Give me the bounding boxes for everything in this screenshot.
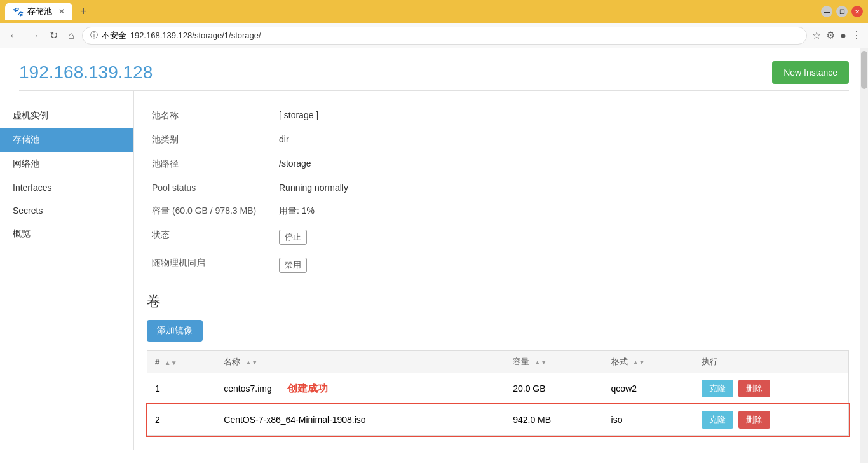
info-label-state: 状态 [147, 223, 274, 251]
col-name: 名称 ▲▼ [216, 351, 505, 373]
page-body: 虚机实例 存储池 网络池 Interfaces Secrets 概览 [0, 91, 868, 463]
sidebar-item-network[interactable]: 网络池 [0, 152, 133, 176]
info-row-pool-name: 池名称 [ storage ] [147, 104, 849, 128]
profile-button[interactable]: ● [840, 30, 846, 41]
table-row: 1 centos7.img 创建成功 20.0 GB qcow2 克隆 删除 [147, 373, 849, 404]
row1-delete-button[interactable]: 删除 [738, 380, 770, 397]
row1-size: 20.0 GB [505, 373, 603, 404]
info-label-pool-name: 池名称 [147, 104, 274, 128]
info-row-capacity: 容量 (60.0 GB / 978.3 MB) 用量: 1% [147, 199, 849, 223]
security-label: 不安全 [102, 30, 126, 41]
storage-info-table: 池名称 [ storage ] 池类别 dir 池路径 /storage Poo… [147, 104, 849, 279]
row1-name: centos7.img 创建成功 [216, 373, 505, 404]
add-image-button[interactable]: 添加镜像 [147, 320, 203, 342]
info-label-autostart: 随物理机同启 [147, 251, 274, 279]
info-value-pool-type: dir [274, 128, 849, 152]
col-action: 执行 [694, 351, 849, 373]
page-header: 192.168.139.128 New Instance [0, 48, 868, 90]
sidebar-item-overview[interactable]: 概览 [0, 222, 133, 246]
new-instance-button[interactable]: New Instance [772, 61, 849, 84]
tab-favicon: 🐾 [13, 6, 24, 17]
info-label-pool-type: 池类别 [147, 128, 274, 152]
reload-button[interactable]: ↻ [47, 28, 60, 43]
close-button[interactable]: ✕ [851, 6, 863, 17]
row2-delete-button[interactable]: 删除 [738, 411, 770, 429]
info-row-autostart: 随物理机同启 禁用 [147, 251, 849, 279]
row1-format: qcow2 [604, 373, 694, 404]
minimize-button[interactable]: — [821, 6, 832, 17]
row1-clone-button[interactable]: 克隆 [702, 380, 733, 397]
browser-titlebar: 🐾 存储池 ✕ + — ☐ ✕ [0, 0, 868, 23]
volumes-section-title: 卷 [147, 292, 849, 311]
page-title: 192.168.139.128 [19, 62, 153, 83]
bookmark-button[interactable]: ☆ [812, 29, 821, 41]
tab-area: 🐾 存储池 ✕ + [5, 3, 816, 20]
info-value-pool-name: [ storage ] [274, 104, 849, 128]
page-wrapper: 192.168.139.128 New Instance 虚机实例 存储池 网络… [0, 48, 868, 463]
info-row-pool-path: 池路径 /storage [147, 152, 849, 176]
table-row: 2 CentOS-7-x86_64-Minimal-1908.iso 942.0… [147, 404, 849, 436]
col-num: # ▲▼ [147, 351, 217, 373]
state-badge: 停止 [279, 230, 307, 245]
info-value-autostart: 禁用 [274, 251, 849, 279]
toolbar-right: ☆ ⚙ ● ⋮ [812, 29, 862, 41]
scrollbar-thumb[interactable] [861, 51, 867, 89]
volumes-table-header: # ▲▼ 名称 ▲▼ 容量 ▲▼ 格式 ▲▼ [147, 351, 849, 373]
forward-button[interactable]: → [27, 29, 42, 43]
new-tab-button[interactable]: + [76, 4, 91, 20]
row1-actions: 克隆 删除 [694, 373, 849, 404]
tab-close-button[interactable]: ✕ [58, 7, 65, 16]
main-content: 池名称 [ storage ] 池类别 dir 池路径 /storage Poo… [133, 91, 868, 450]
info-value-pool-status: Running normally [274, 176, 849, 199]
volumes-table: # ▲▼ 名称 ▲▼ 容量 ▲▼ 格式 ▲▼ [147, 350, 849, 436]
sidebar: 虚机实例 存储池 网络池 Interfaces Secrets 概览 [0, 91, 133, 450]
security-icon: ⓘ [90, 30, 98, 41]
row2-format: iso [604, 404, 694, 436]
info-value-state: 停止 [274, 223, 849, 251]
scrollbar[interactable] [860, 48, 868, 463]
sidebar-item-secrets[interactable]: Secrets [0, 199, 133, 222]
info-value-pool-path: /storage [274, 152, 849, 176]
info-label-pool-status: Pool status [147, 176, 274, 199]
extensions-button[interactable]: ⚙ [826, 29, 835, 41]
maximize-button[interactable]: ☐ [836, 6, 848, 17]
row2-size: 942.0 MB [505, 404, 603, 436]
home-button[interactable]: ⌂ [65, 29, 77, 43]
tab-title: 存储池 [27, 6, 52, 17]
sidebar-item-vm[interactable]: 虚机实例 [0, 104, 133, 128]
autostart-badge: 禁用 [279, 258, 307, 273]
sort-arrows-name: ▲▼ [245, 359, 258, 366]
row1-success-text: 创建成功 [287, 383, 328, 394]
address-bar[interactable]: ⓘ 不安全 192.168.139.128/storage/1/storage/ [82, 27, 808, 45]
sort-arrows-num: ▲▼ [165, 359, 177, 366]
back-button[interactable]: ← [6, 29, 22, 43]
sort-arrows-format: ▲▼ [632, 359, 645, 366]
window-controls: — ☐ ✕ [821, 6, 863, 17]
active-tab[interactable]: 🐾 存储池 ✕ [5, 3, 72, 20]
menu-button[interactable]: ⋮ [851, 29, 862, 41]
row1-num: 1 [147, 373, 217, 404]
info-label-capacity: 容量 (60.0 GB / 978.3 MB) [147, 199, 274, 223]
col-size: 容量 ▲▼ [505, 351, 603, 373]
sidebar-item-storage[interactable]: 存储池 [0, 128, 133, 152]
info-label-pool-path: 池路径 [147, 152, 274, 176]
info-row-pool-type: 池类别 dir [147, 128, 849, 152]
info-row-state: 状态 停止 [147, 223, 849, 251]
info-value-capacity: 用量: 1% [274, 199, 849, 223]
sort-arrows-size: ▲▼ [534, 359, 547, 366]
row2-clone-button[interactable]: 克隆 [702, 411, 733, 429]
info-row-pool-status: Pool status Running normally [147, 176, 849, 199]
row2-actions: 克隆 删除 [694, 404, 849, 436]
row2-num: 2 [147, 404, 217, 436]
browser-toolbar: ← → ↻ ⌂ ⓘ 不安全 192.168.139.128/storage/1/… [0, 23, 868, 48]
url-text: 192.168.139.128/storage/1/storage/ [130, 31, 261, 40]
col-format: 格式 ▲▼ [604, 351, 694, 373]
row2-name: CentOS-7-x86_64-Minimal-1908.iso [216, 404, 505, 436]
sidebar-item-interfaces[interactable]: Interfaces [0, 176, 133, 199]
